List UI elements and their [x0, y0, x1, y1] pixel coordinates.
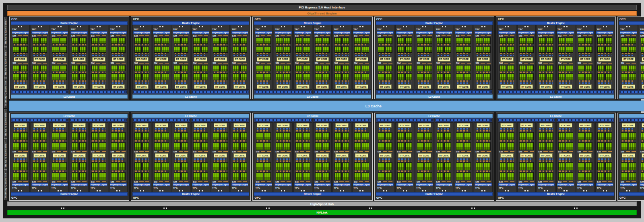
- sm-label: SM: [192, 181, 197, 183]
- core-row: [193, 37, 208, 44]
- cuda-core-block: [264, 142, 271, 150]
- sm-header: SM: [499, 150, 515, 153]
- tex-dash-row: [14, 158, 27, 160]
- tensor-dash-row: [257, 171, 270, 172]
- sm-block: SMRT CORE: [416, 34, 433, 62]
- sm-header-line: [320, 181, 324, 182]
- cuda-core-block: [378, 142, 385, 150]
- tensor-dash-row: [559, 53, 572, 54]
- cuda-core-block: [343, 142, 349, 150]
- tpc-label: TPC: [255, 186, 272, 189]
- sm-header-line: [626, 181, 630, 182]
- sm-block: SMRT CORE: [577, 34, 594, 62]
- rt-core-block: RT CORE: [622, 153, 635, 158]
- tex-dash-row: [72, 128, 86, 130]
- sm-header-line: [422, 35, 426, 36]
- sm-block: RT CORESM: [498, 153, 516, 183]
- polymorph-engine-bar: PolyMorph Engine: [231, 183, 249, 186]
- sm-label: SM: [377, 35, 382, 37]
- tex-dash-row: [579, 128, 592, 130]
- polymorph-engine-bar: PolyMorph Engine: [557, 31, 574, 34]
- polymorph-engine-bar: PolyMorph Engine: [231, 31, 249, 34]
- cuda-core-block: [621, 142, 628, 150]
- cuda-core-block: [233, 37, 239, 44]
- tensor-dash-row: [335, 160, 349, 162]
- cuda-core-block: [539, 46, 545, 53]
- sm-header-line: [23, 35, 27, 36]
- cuda-core-block: [72, 46, 78, 53]
- cuda-core-block: [295, 172, 302, 180]
- sm-label: SM: [620, 62, 625, 64]
- core-row: [640, 132, 644, 140]
- tpc-block: TPCPolyMorph EngineSMRT CORESMRT CORE: [31, 25, 50, 90]
- l2-slice-half: [435, 118, 492, 122]
- tensor-dash-row: [355, 53, 368, 54]
- sm-header: SM: [134, 150, 150, 153]
- core-row: [334, 65, 350, 72]
- tensor-dash-row: [214, 72, 227, 73]
- sm-label: SM: [620, 181, 625, 183]
- sm-header-line: [487, 35, 491, 36]
- l2-cache-bar: L2 Cache: [376, 114, 493, 118]
- tensor-dash-row: [33, 160, 47, 162]
- cuda-core-block: [437, 172, 444, 180]
- core-row: [232, 162, 248, 170]
- indicator-square: [383, 26, 384, 27]
- cuda-core-block: [315, 132, 322, 140]
- tensor-dash-row: [418, 53, 431, 54]
- cuda-core-block: [397, 46, 404, 53]
- memory-controller-label: Memory Controller: [4, 142, 7, 167]
- sm-header-line: [563, 63, 567, 64]
- sm-label: SM: [192, 62, 197, 64]
- cuda-core-block: [221, 132, 227, 140]
- gpc-block: GPCRaster EngineTPCPolyMorph EngineSMRT …: [9, 16, 129, 99]
- sm-header-line: [467, 151, 471, 152]
- core-row: [538, 142, 554, 150]
- tensor-dash-row: [53, 72, 66, 73]
- sm-header-line: [300, 151, 304, 152]
- sm-header: SM: [91, 150, 107, 153]
- core-row: [256, 73, 271, 80]
- core-row: [91, 142, 107, 150]
- core-row: [295, 65, 311, 72]
- tensor-dash-row: [155, 130, 168, 132]
- tpc-label: TPC: [333, 186, 351, 189]
- sm-header-line: [43, 181, 47, 182]
- sm-block: RT CORESM: [455, 153, 472, 183]
- cuda-core-block: [605, 73, 612, 80]
- cuda-core-block: [605, 142, 612, 150]
- tensor-dash-row: [379, 140, 392, 142]
- cuda-core-block: [276, 172, 283, 180]
- cuda-core-block: [464, 172, 471, 180]
- sm-header-line: [467, 35, 471, 36]
- sm-label: SM: [91, 62, 95, 64]
- sm-header-line: [447, 63, 451, 64]
- sm-header-line: [76, 181, 80, 182]
- core-row: [111, 65, 126, 72]
- cuda-core-block: [586, 37, 592, 44]
- tensor-dash-row: [500, 160, 514, 162]
- core-row: [12, 73, 28, 80]
- sm-header-line: [602, 181, 606, 182]
- sm-header: SM: [577, 180, 594, 183]
- cuda-core-block: [641, 162, 644, 170]
- tpc-indicator-squares: [275, 189, 292, 192]
- cuda-core-block: [484, 73, 491, 80]
- cuda-core-block: [334, 162, 341, 170]
- core-row: [538, 37, 554, 44]
- cuda-core-block: [500, 172, 506, 180]
- sm-header-line: [306, 63, 310, 64]
- sm-label: SM: [12, 150, 17, 153]
- memory-controller-label: Memory Controller: [4, 19, 7, 44]
- tpc-row: RT CORESMRT CORESMPolyMorph EngineTPCRT …: [254, 122, 371, 192]
- tensor-dash-row: [233, 140, 247, 142]
- tensor-dash-row: [135, 44, 149, 45]
- cuda-core-block: [323, 46, 330, 53]
- tensor-dash-row: [642, 171, 644, 172]
- indicator-square: [99, 26, 101, 27]
- raster-engine-bar: Raster Engine: [376, 192, 493, 196]
- cuda-core-block: [334, 46, 341, 53]
- sm-header: SM: [173, 62, 190, 65]
- memory-controller-segment: Memory Controller: [4, 47, 7, 77]
- tpc-label: TPC: [640, 186, 644, 189]
